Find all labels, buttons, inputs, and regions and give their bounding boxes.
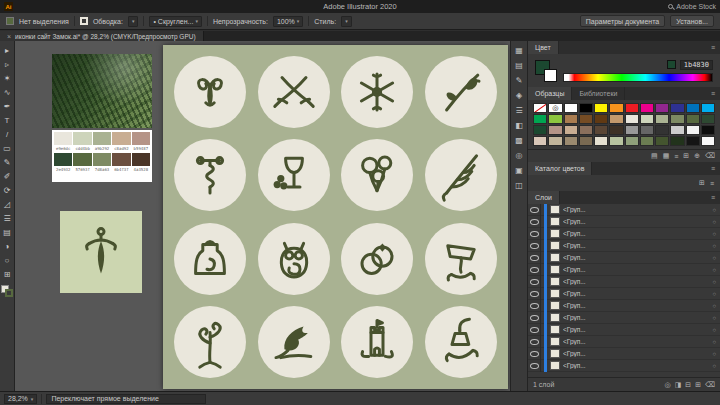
layer-row[interactable]: <Груп...○ (528, 240, 720, 252)
swatch[interactable] (579, 136, 593, 146)
swatch[interactable] (701, 103, 715, 113)
swatch[interactable] (579, 103, 593, 113)
libraries-panel-icon[interactable]: ◫ (513, 179, 526, 191)
swatch[interactable] (579, 114, 593, 124)
swatch-kinds-icon[interactable]: ▦ (663, 152, 670, 160)
stroke-swatch[interactable] (544, 69, 557, 82)
panel-menu-icon[interactable]: ≡ (711, 90, 715, 97)
layer-row[interactable]: <Груп...○ (528, 324, 720, 336)
swatch[interactable] (670, 103, 684, 113)
swatch[interactable] (548, 114, 562, 124)
swatch[interactable] (594, 103, 608, 113)
color-panel-icon[interactable]: ▦ (513, 44, 526, 56)
type-tool[interactable]: T (0, 113, 15, 127)
swatch-options-icon[interactable]: ≡ (674, 153, 678, 160)
swatch[interactable] (564, 103, 578, 113)
new-color-group-icon[interactable]: ⊞ (683, 152, 689, 160)
brush-definition-dropdown[interactable]: • Скруглен... ▾ (149, 16, 201, 27)
swirl-tree-icon[interactable] (174, 306, 246, 378)
opacity-dropdown[interactable]: 100% ▾ (273, 16, 303, 27)
visibility-eye-icon[interactable] (528, 264, 541, 276)
crossed-sabers-icon[interactable] (258, 56, 330, 128)
visibility-eye-icon[interactable] (528, 348, 541, 360)
visibility-eye-icon[interactable] (528, 360, 541, 372)
brushes-panel-icon[interactable]: ✎ (513, 74, 526, 86)
visibility-eye-icon[interactable] (528, 228, 541, 240)
zoom-tool[interactable]: ○ (0, 253, 15, 267)
snowflake-ornament-icon[interactable] (341, 56, 413, 128)
eyedropper-tool[interactable]: ◑ (0, 239, 15, 253)
zoom-level-dropdown[interactable]: 28,2% ▾ (4, 394, 37, 404)
graphic-styles-panel-icon[interactable]: ▣ (513, 164, 526, 176)
layer-row[interactable]: <Груп...○ (528, 228, 720, 240)
layer-target-icon[interactable]: ○ (712, 303, 716, 309)
swatch[interactable] (609, 114, 623, 124)
swatch[interactable] (686, 103, 700, 113)
swatch[interactable] (701, 125, 715, 135)
document-tab[interactable]: × иконки сайт Замок.ai* @ 28,2% (CMYK/Пр… (0, 31, 204, 41)
adobe-stock-search[interactable]: Adobe Stock (668, 3, 716, 10)
owl-ornament-icon[interactable] (258, 223, 330, 295)
fill-color-indicator[interactable] (6, 17, 14, 25)
panel-menu-icon[interactable]: ≡ (711, 194, 715, 201)
layer-target-icon[interactable]: ○ (712, 219, 716, 225)
delete-swatch-icon[interactable]: ⌫ (705, 152, 715, 160)
visibility-eye-icon[interactable] (528, 216, 541, 228)
transparency-panel-icon[interactable]: ▩ (513, 134, 526, 146)
tab-color-catalog[interactable]: Каталог цветов (528, 162, 592, 175)
locate-object-icon[interactable]: ◎ (665, 381, 671, 389)
wine-glass-grapes-icon[interactable] (258, 139, 330, 211)
castle-tower-icon[interactable] (341, 306, 413, 378)
line-segment-tool[interactable]: / (0, 127, 15, 141)
swatch[interactable] (670, 114, 684, 124)
balloons-icon[interactable] (341, 139, 413, 211)
visibility-eye-icon[interactable] (528, 252, 541, 264)
color-palette-reference[interactable]: e9e6dccdd4bba9b292c8ad92b594872e49325769… (52, 130, 152, 182)
swatch[interactable] (594, 136, 608, 146)
pencil-tool[interactable]: ✐ (0, 169, 15, 183)
catalog-menu-icon[interactable]: ≡ (710, 180, 714, 187)
swatch[interactable] (548, 136, 562, 146)
layer-row[interactable]: <Груп...○ (528, 216, 720, 228)
tab-swatches[interactable]: Образцы (528, 87, 572, 100)
magic-wand-tool[interactable]: ✶ (0, 71, 15, 85)
panel-menu-icon[interactable]: ≡ (711, 165, 715, 172)
swatch[interactable] (564, 114, 578, 124)
layer-row[interactable]: <Груп...○ (528, 312, 720, 324)
layer-row[interactable]: <Груп...○ (528, 348, 720, 360)
visibility-eye-icon[interactable] (528, 240, 541, 252)
ram-ornament-icon[interactable] (174, 56, 246, 128)
swatch[interactable] (533, 114, 547, 124)
gradient-tool[interactable]: ▤ (0, 225, 15, 239)
rectangle-tool[interactable]: ▭ (0, 141, 15, 155)
swatch[interactable] (594, 125, 608, 135)
artboard-tool[interactable]: ⊞ (0, 267, 15, 281)
canvas[interactable]: e9e6dccdd4bba9b292c8ad92b594872e49325769… (15, 41, 510, 391)
leaf-branch-icon[interactable] (425, 56, 497, 128)
layer-target-icon[interactable]: ○ (712, 207, 716, 213)
lamp-sign-icon[interactable] (425, 223, 497, 295)
swatch[interactable] (625, 125, 639, 135)
feather-quill-icon[interactable] (425, 139, 497, 211)
swatch[interactable] (640, 114, 654, 124)
toolbar-stroke-swatch[interactable] (5, 289, 13, 297)
rotate-tool[interactable]: ⟳ (0, 183, 15, 197)
color-group-icon[interactable]: ⊞ (699, 179, 705, 187)
tab-libraries[interactable]: Библиотеки (572, 87, 625, 100)
stroke-panel-icon[interactable]: ☰ (513, 104, 526, 116)
symbols-panel-icon[interactable]: ◈ (513, 89, 526, 101)
swatch[interactable] (686, 114, 700, 124)
visibility-eye-icon[interactable] (528, 204, 541, 216)
swatch[interactable] (533, 136, 547, 146)
color-spectrum-bar[interactable] (563, 73, 713, 82)
layer-row[interactable]: <Груп...○ (528, 276, 720, 288)
new-sublayer-icon[interactable]: ⊟ (685, 381, 691, 389)
hex-value-field[interactable]: 1b4830 (680, 60, 713, 70)
swatch[interactable] (640, 103, 654, 113)
width-tool[interactable]: ☰ (0, 211, 15, 225)
delete-layer-icon[interactable]: ⌫ (705, 381, 715, 389)
layer-target-icon[interactable]: ○ (712, 255, 716, 261)
selection-tool[interactable]: ▸ (0, 43, 15, 57)
swatch[interactable] (655, 114, 669, 124)
gradient-panel-icon[interactable]: ◧ (513, 119, 526, 131)
